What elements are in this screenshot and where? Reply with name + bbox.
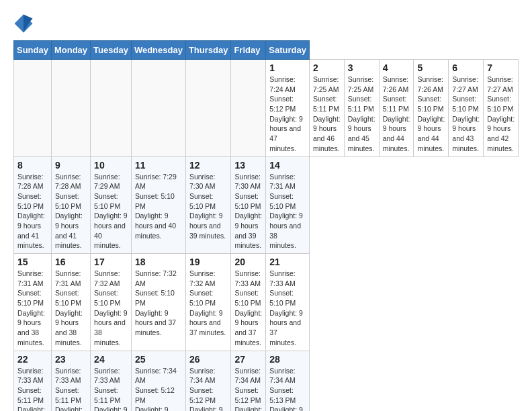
day-info: Sunrise: 7:31 AMSunset: 5:10 PMDaylight:… — [269, 173, 303, 250]
day-info: Sunrise: 7:33 AMSunset: 5:11 PMDaylight:… — [17, 367, 45, 412]
calendar-week-3: 15 Sunrise: 7:31 AMSunset: 5:10 PMDaylig… — [14, 254, 519, 351]
calendar-cell: 18 Sunrise: 7:32 AMSunset: 5:10 PMDaylig… — [131, 254, 185, 351]
day-info: Sunrise: 7:32 AMSunset: 5:10 PMDaylight:… — [94, 269, 128, 347]
calendar-week-1: 1 Sunrise: 7:24 AMSunset: 5:12 PMDayligh… — [14, 60, 519, 157]
calendar-cell: 6 Sunrise: 7:27 AMSunset: 5:10 PMDayligh… — [449, 60, 484, 157]
day-number: 27 — [234, 354, 262, 365]
day-number: 18 — [135, 257, 182, 267]
logo — [13, 13, 36, 34]
calendar-header-row: SundayMondayTuesdayWednesdayThursdayFrid… — [14, 41, 519, 60]
day-info: Sunrise: 7:27 AMSunset: 5:10 PMDaylight:… — [487, 75, 515, 152]
header-day-sunday: Sunday — [14, 41, 52, 60]
day-info: Sunrise: 7:30 AMSunset: 5:10 PMDaylight:… — [234, 173, 262, 250]
day-number: 2 — [313, 62, 341, 73]
calendar-cell: 4 Sunrise: 7:26 AMSunset: 5:11 PMDayligh… — [379, 60, 414, 157]
day-number: 21 — [269, 257, 306, 267]
day-number: 11 — [135, 160, 182, 171]
calendar-cell — [91, 60, 132, 157]
calendar-cell: 5 Sunrise: 7:26 AMSunset: 5:10 PMDayligh… — [414, 60, 449, 157]
page-header — [13, 13, 519, 34]
calendar-cell: 7 Sunrise: 7:27 AMSunset: 5:10 PMDayligh… — [484, 60, 519, 157]
header-day-wednesday: Wednesday — [131, 41, 185, 60]
calendar-cell — [51, 60, 90, 157]
day-info: Sunrise: 7:31 AMSunset: 5:10 PMDaylight:… — [55, 269, 83, 347]
day-info: Sunrise: 7:28 AMSunset: 5:10 PMDaylight:… — [55, 173, 83, 250]
header-day-saturday: Saturday — [266, 41, 310, 60]
calendar-cell: 8 Sunrise: 7:28 AMSunset: 5:10 PMDayligh… — [14, 156, 52, 254]
day-info: Sunrise: 7:34 AMSunset: 5:12 PMDaylight:… — [234, 367, 262, 412]
day-number: 1 — [269, 62, 306, 73]
day-number: 25 — [135, 354, 182, 365]
calendar-cell — [14, 60, 52, 157]
calendar-cell: 23 Sunrise: 7:33 AMSunset: 5:11 PMDaylig… — [51, 351, 90, 411]
calendar-body: 1 Sunrise: 7:24 AMSunset: 5:12 PMDayligh… — [14, 60, 519, 412]
day-number: 13 — [234, 160, 262, 171]
calendar-cell: 20 Sunrise: 7:33 AMSunset: 5:10 PMDaylig… — [231, 254, 266, 351]
calendar-cell: 22 Sunrise: 7:33 AMSunset: 5:11 PMDaylig… — [14, 351, 52, 411]
day-info: Sunrise: 7:32 AMSunset: 5:10 PMDaylight:… — [189, 269, 226, 336]
day-number: 5 — [417, 62, 445, 73]
day-info: Sunrise: 7:32 AMSunset: 5:10 PMDaylight:… — [135, 269, 177, 336]
calendar-cell: 19 Sunrise: 7:32 AMSunset: 5:10 PMDaylig… — [185, 254, 231, 351]
calendar-cell: 13 Sunrise: 7:30 AMSunset: 5:10 PMDaylig… — [231, 156, 266, 254]
day-info: Sunrise: 7:34 AMSunset: 5:12 PMDaylight:… — [189, 367, 226, 412]
day-number: 23 — [55, 354, 87, 365]
day-info: Sunrise: 7:34 AMSunset: 5:13 PMDaylight:… — [269, 367, 303, 412]
calendar-cell: 12 Sunrise: 7:30 AMSunset: 5:10 PMDaylig… — [185, 156, 231, 254]
calendar-cell: 11 Sunrise: 7:29 AMSunset: 5:10 PMDaylig… — [131, 156, 185, 254]
calendar-cell: 25 Sunrise: 7:34 AMSunset: 5:12 PMDaylig… — [131, 351, 185, 411]
day-number: 16 — [55, 257, 87, 267]
day-info: Sunrise: 7:26 AMSunset: 5:11 PMDaylight:… — [383, 75, 410, 152]
day-number: 4 — [383, 62, 410, 73]
day-info: Sunrise: 7:30 AMSunset: 5:10 PMDaylight:… — [189, 173, 226, 240]
day-info: Sunrise: 7:25 AMSunset: 5:11 PMDaylight:… — [348, 75, 375, 152]
calendar-cell: 24 Sunrise: 7:33 AMSunset: 5:11 PMDaylig… — [91, 351, 132, 411]
calendar-cell: 10 Sunrise: 7:29 AMSunset: 5:10 PMDaylig… — [91, 156, 132, 254]
day-info: Sunrise: 7:27 AMSunset: 5:10 PMDaylight:… — [452, 75, 480, 152]
day-info: Sunrise: 7:33 AMSunset: 5:10 PMDaylight:… — [234, 269, 262, 347]
day-number: 26 — [189, 354, 228, 365]
calendar-cell: 27 Sunrise: 7:34 AMSunset: 5:12 PMDaylig… — [231, 351, 266, 411]
day-number: 17 — [94, 257, 128, 267]
calendar-cell: 15 Sunrise: 7:31 AMSunset: 5:10 PMDaylig… — [14, 254, 52, 351]
calendar-cell: 9 Sunrise: 7:28 AMSunset: 5:10 PMDayligh… — [51, 156, 90, 254]
calendar-cell: 14 Sunrise: 7:31 AMSunset: 5:10 PMDaylig… — [266, 156, 310, 254]
day-info: Sunrise: 7:31 AMSunset: 5:10 PMDaylight:… — [17, 269, 45, 347]
day-number: 14 — [269, 160, 306, 171]
day-number: 28 — [269, 354, 306, 365]
calendar-cell — [131, 60, 185, 157]
calendar-cell — [185, 60, 231, 157]
day-info: Sunrise: 7:29 AMSunset: 5:10 PMDaylight:… — [94, 173, 128, 250]
day-info: Sunrise: 7:29 AMSunset: 5:10 PMDaylight:… — [135, 173, 177, 240]
header-day-tuesday: Tuesday — [91, 41, 132, 60]
calendar-cell — [231, 60, 266, 157]
header-day-thursday: Thursday — [185, 41, 231, 60]
calendar-cell: 26 Sunrise: 7:34 AMSunset: 5:12 PMDaylig… — [185, 351, 231, 411]
header-day-monday: Monday — [51, 41, 90, 60]
day-number: 9 — [55, 160, 87, 171]
calendar-table: SundayMondayTuesdayWednesdayThursdayFrid… — [13, 40, 519, 411]
logo-icon — [13, 13, 34, 34]
day-number: 6 — [452, 62, 480, 73]
day-info: Sunrise: 7:33 AMSunset: 5:11 PMDaylight:… — [94, 367, 128, 412]
day-number: 15 — [17, 257, 48, 267]
day-number: 10 — [94, 160, 128, 171]
calendar-cell: 21 Sunrise: 7:33 AMSunset: 5:10 PMDaylig… — [266, 254, 310, 351]
day-info: Sunrise: 7:26 AMSunset: 5:10 PMDaylight:… — [417, 75, 445, 152]
header-day-friday: Friday — [231, 41, 266, 60]
day-number: 22 — [17, 354, 48, 365]
calendar-cell: 16 Sunrise: 7:31 AMSunset: 5:10 PMDaylig… — [51, 254, 90, 351]
day-info: Sunrise: 7:33 AMSunset: 5:11 PMDaylight:… — [55, 367, 83, 412]
day-info: Sunrise: 7:28 AMSunset: 5:10 PMDaylight:… — [17, 173, 45, 250]
day-number: 20 — [234, 257, 262, 267]
calendar-cell: 2 Sunrise: 7:25 AMSunset: 5:11 PMDayligh… — [309, 60, 344, 157]
day-number: 24 — [94, 354, 128, 365]
day-info: Sunrise: 7:24 AMSunset: 5:12 PMDaylight:… — [269, 75, 303, 152]
calendar-cell: 3 Sunrise: 7:25 AMSunset: 5:11 PMDayligh… — [344, 60, 379, 157]
calendar-cell: 1 Sunrise: 7:24 AMSunset: 5:12 PMDayligh… — [266, 60, 310, 157]
day-info: Sunrise: 7:34 AMSunset: 5:12 PMDaylight:… — [135, 367, 177, 412]
calendar-cell: 17 Sunrise: 7:32 AMSunset: 5:10 PMDaylig… — [91, 254, 132, 351]
day-number: 19 — [189, 257, 228, 267]
day-number: 8 — [17, 160, 48, 171]
day-number: 12 — [189, 160, 228, 171]
